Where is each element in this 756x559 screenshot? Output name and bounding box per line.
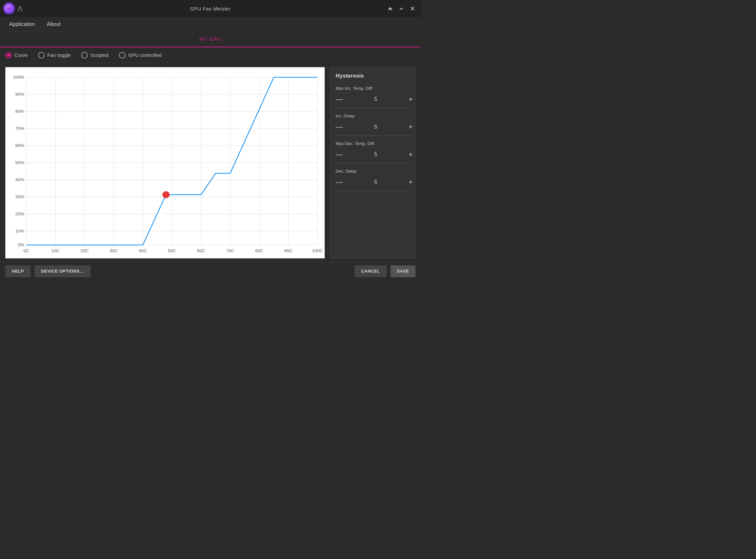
mode-curve-label: Curve [15,52,28,58]
svg-text:100C: 100C [312,248,323,253]
bottombar: HELP DEVICE OPTIONS... CANCEL SAVE [0,262,421,280]
svg-text:90%: 90% [16,92,25,97]
hys-decrement-max-dec-temp[interactable]: — [336,149,343,160]
help-button[interactable]: HELP [5,265,30,277]
fan-curve-chart[interactable]: 100% 90% 80% 70% 60% 50% 40% 30% 20% 10%… [5,67,325,259]
hys-label-dec-delay: Dec. Delay [336,169,410,174]
svg-text:40C: 40C [139,248,147,253]
restore-button[interactable] [396,4,406,14]
svg-point-50 [163,192,169,198]
svg-text:80%: 80% [16,109,25,114]
svg-text:20%: 20% [16,211,25,216]
mode-gpu-controlled-label: GPU controlled [128,52,162,58]
minimize-button[interactable] [385,4,395,14]
close-button[interactable] [408,4,417,14]
hys-decrement-max-inc-temp[interactable]: — [336,93,343,105]
svg-text:20C: 20C [81,248,89,253]
svg-text:40%: 40% [16,177,25,182]
svg-text:30C: 30C [110,248,118,253]
mode-scripted[interactable]: Scripted [81,52,109,59]
mode-selector: Curve Fan toggle Scripted GPU controlled [0,47,421,63]
hys-control-max-dec-temp: — + [336,149,410,163]
device-options-button[interactable]: DEVICE OPTIONS... [35,265,90,277]
mode-fan-toggle-label: Fan toggle [47,52,71,58]
hys-section-max-inc-temp: Max Inc. Temp. Diff. — + [336,86,410,108]
hysteresis-title: Hysteresis [336,73,410,79]
svg-text:50%: 50% [16,160,25,165]
menubar: Application About [0,17,421,31]
svg-text:100%: 100% [13,75,24,80]
fan-curve-svg: 100% 90% 80% 70% 60% 50% 40% 30% 20% 10%… [6,67,324,258]
bottombar-right: CANCEL SAVE [354,265,415,277]
svg-text:90C: 90C [284,248,293,253]
gpu-tab[interactable]: MY GPU [0,31,421,47]
hys-control-dec-delay: — + [336,176,410,191]
window-controls [385,4,417,14]
svg-text:60C: 60C [197,248,205,253]
titlebar: ⋀ GPU Fan Meister [0,0,421,17]
hys-label-inc-delay: Inc. Delay [336,113,410,118]
svg-text:50C: 50C [168,248,176,253]
hys-value-max-inc-temp[interactable] [343,96,409,102]
svg-text:70%: 70% [16,126,25,131]
titlebar-title: GPU Fan Meister [190,6,230,12]
hys-decrement-dec-delay[interactable]: — [336,176,343,188]
hysteresis-panel: Hysteresis Max Inc. Temp. Diff. — + Inc.… [330,67,415,259]
svg-text:0%: 0% [18,242,24,247]
cancel-button[interactable]: CANCEL [354,265,386,277]
app-logo [3,3,15,15]
menu-application[interactable]: Application [4,19,40,29]
radio-scripted [81,52,88,59]
hys-control-inc-delay: — + [336,121,410,136]
svg-text:10C: 10C [51,248,60,253]
hys-value-inc-delay[interactable] [343,124,409,130]
svg-point-2 [8,6,10,8]
mode-scripted-label: Scripted [90,52,109,58]
hys-section-inc-delay: Inc. Delay — + [336,113,410,136]
hys-value-max-dec-temp[interactable] [343,152,409,157]
hys-section-dec-delay: Dec. Delay — + [336,169,410,191]
radio-curve-fill [7,53,10,57]
hys-decrement-inc-delay[interactable]: — [336,121,343,133]
hys-increment-dec-delay[interactable]: + [409,176,413,188]
hys-label-max-inc-temp: Max Inc. Temp. Diff. [336,86,410,91]
menu-about[interactable]: About [41,19,66,29]
hys-increment-max-inc-temp[interactable]: + [409,93,413,105]
save-button[interactable]: SAVE [390,265,415,277]
radio-fan-toggle [38,52,45,59]
svg-text:0C: 0C [24,248,29,253]
hys-increment-inc-delay[interactable]: + [409,121,413,133]
hys-label-max-dec-temp: Max Dec. Temp. Diff. [336,141,410,146]
hys-increment-max-dec-temp[interactable]: + [409,149,413,160]
hys-value-dec-delay[interactable] [343,179,409,185]
svg-text:60%: 60% [16,143,25,148]
hys-section-max-dec-temp: Max Dec. Temp. Diff. — + [336,141,410,163]
mode-gpu-controlled[interactable]: GPU controlled [119,52,162,59]
radio-curve [5,52,12,59]
tab-title: MY GPU [200,37,222,42]
svg-text:30%: 30% [16,194,25,199]
radio-gpu-controlled [119,52,125,59]
svg-text:10%: 10% [16,228,25,233]
hys-control-max-inc-temp: — + [336,93,410,108]
svg-text:70C: 70C [226,248,234,253]
main-content: 100% 90% 80% 70% 60% 50% 40% 30% 20% 10%… [0,63,421,262]
svg-text:80C: 80C [255,248,263,253]
mode-fan-toggle[interactable]: Fan toggle [38,52,71,59]
collapse-chevron[interactable]: ⋀ [18,5,23,12]
mode-curve[interactable]: Curve [5,52,28,59]
